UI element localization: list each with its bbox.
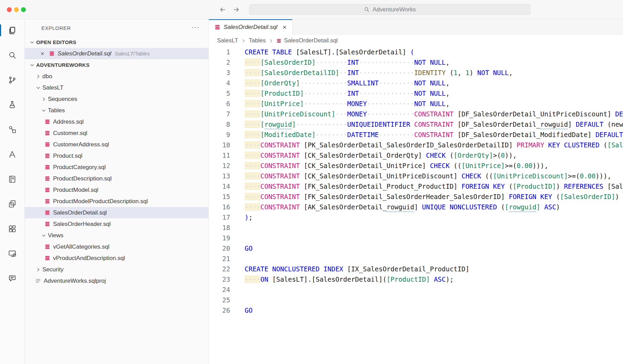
- code-line[interactable]: 13····CONSTRAINT [CK_SalesOrderDetail_Un…: [209, 171, 623, 181]
- code-line[interactable]: 7····[UnitPriceDiscount]···MONEY········…: [209, 109, 623, 119]
- tree-item-salesorderdetail-sql[interactable]: SalesOrderDetail.sql: [25, 207, 208, 218]
- line-number[interactable]: 25: [209, 295, 245, 305]
- line-number[interactable]: 6: [209, 98, 245, 109]
- run-flask-icon: [8, 100, 17, 110]
- forward-button[interactable]: [232, 5, 241, 14]
- tree-item-productmodel-sql[interactable]: ProductModel.sql: [25, 184, 208, 196]
- code-line[interactable]: 12····CONSTRAINT [CK_SalesOrderDetail_Un…: [209, 160, 623, 171]
- activitybar-item-shapes[interactable]: [0, 121, 24, 138]
- more-actions-icon[interactable]: ···: [191, 23, 200, 31]
- code-line[interactable]: 22CREATE NONCLUSTERED INDEX [IX_SalesOrd…: [209, 264, 623, 274]
- breadcrumb-item[interactable]: SalesLT: [217, 37, 238, 44]
- section-adventureworks[interactable]: ADVENTUREWORKS: [25, 59, 208, 71]
- tree-item-productmodelproductdescription-sql[interactable]: ProductModelProductDescription.sql: [25, 196, 208, 207]
- code-line[interactable]: 3····[SalesOrderDetailID]··INT··········…: [209, 67, 623, 78]
- tree-item-vproductanddescription-sql[interactable]: vProductAndDescription.sql: [25, 252, 208, 264]
- line-number[interactable]: 1: [209, 47, 245, 57]
- line-number[interactable]: 10: [209, 140, 245, 150]
- activitybar-item-pages[interactable]: [0, 196, 24, 212]
- tree-item-views[interactable]: Views: [25, 230, 208, 241]
- line-number[interactable]: 22: [209, 264, 245, 274]
- close-icon[interactable]: ×: [283, 23, 287, 31]
- line-number[interactable]: 9: [209, 129, 245, 140]
- activitybar-item-run-flask[interactable]: [0, 96, 24, 113]
- tree-item-saleslt[interactable]: SalesLT: [25, 82, 208, 93]
- code-line[interactable]: 1CREATE TABLE [SalesLT].[SalesOrderDetai…: [209, 47, 623, 57]
- code-line[interactable]: 25: [209, 295, 623, 305]
- code-line[interactable]: 11····CONSTRAINT [CK_SalesOrderDetail_Or…: [209, 150, 623, 160]
- line-number[interactable]: 18: [209, 222, 245, 233]
- code-line[interactable]: 5····[ProductID]···········INT··········…: [209, 88, 623, 98]
- back-button[interactable]: [218, 5, 227, 14]
- code-line[interactable]: 17);: [209, 212, 623, 222]
- line-number[interactable]: 21: [209, 253, 245, 264]
- code-line[interactable]: 19: [209, 233, 623, 243]
- line-number[interactable]: 16: [209, 202, 245, 212]
- code-line[interactable]: 6····[UnitPrice]···········MONEY········…: [209, 98, 623, 109]
- code-line[interactable]: 9····[ModifiedDate]········DATETIME·····…: [209, 129, 623, 140]
- activitybar-item-extensions[interactable]: [0, 220, 24, 237]
- line-number[interactable]: 11: [209, 150, 245, 160]
- code-line[interactable]: 14····CONSTRAINT [FK_SalesOrderDetail_Pr…: [209, 181, 623, 191]
- activitybar-item-notebook[interactable]: [0, 171, 24, 187]
- line-number[interactable]: 15: [209, 191, 245, 202]
- line-number[interactable]: 4: [209, 78, 245, 88]
- line-number[interactable]: 17: [209, 212, 245, 222]
- line-number[interactable]: 14: [209, 181, 245, 191]
- line-number[interactable]: 3: [209, 67, 245, 78]
- code-line[interactable]: 24: [209, 284, 623, 295]
- tree-item-sequences[interactable]: Sequences: [25, 93, 208, 105]
- tab-salesorderdetail-sql[interactable]: SalesOrderDetail.sql ×: [209, 19, 293, 34]
- breadcrumb-item[interactable]: Tables: [249, 37, 266, 44]
- activitybar-item-feedback[interactable]: [0, 270, 24, 287]
- code-line[interactable]: 18: [209, 222, 623, 233]
- tree-item-tables[interactable]: Tables: [25, 105, 208, 116]
- tree-item-productdescription-sql[interactable]: ProductDescription.sql: [25, 173, 208, 184]
- tree-item-salesorderheader-sql[interactable]: SalesOrderHeader.sql: [25, 218, 208, 230]
- code-line[interactable]: 26GO: [209, 305, 623, 315]
- tree-item-product-sql[interactable]: Product.sql: [25, 150, 208, 162]
- line-number[interactable]: 13: [209, 171, 245, 181]
- line-number[interactable]: 2: [209, 57, 245, 67]
- tree-item-security[interactable]: Security: [25, 264, 208, 275]
- code-line[interactable]: 15····CONSTRAINT [FK_SalesOrderDetail_Sa…: [209, 191, 623, 202]
- code-line[interactable]: 10····CONSTRAINT [PK_SalesOrderDetail_Sa…: [209, 140, 623, 150]
- command-center-search[interactable]: AdventureWorks: [249, 4, 531, 15]
- close-window-button[interactable]: [7, 7, 12, 12]
- code-line[interactable]: 8····[rowguid]·············UNIQUEIDENTIF…: [209, 119, 623, 129]
- line-number[interactable]: 8: [209, 119, 245, 129]
- code-line[interactable]: 23····ON [SalesLT].[SalesOrderDetail]([P…: [209, 274, 623, 284]
- activitybar-item-files[interactable]: [0, 22, 24, 39]
- line-number[interactable]: 7: [209, 109, 245, 119]
- line-number[interactable]: 26: [209, 305, 245, 315]
- code-line[interactable]: 2····[SalesOrderID]········INT··········…: [209, 57, 623, 67]
- zoom-window-button[interactable]: [21, 7, 26, 12]
- minimize-window-button[interactable]: [14, 7, 19, 12]
- tree-item-vgetallcategories-sql[interactable]: vGetAllCategories.sql: [25, 241, 208, 252]
- close-icon[interactable]: ×: [39, 50, 45, 58]
- activitybar-item-devices[interactable]: [0, 245, 24, 262]
- activitybar-item-source-control[interactable]: [0, 72, 24, 88]
- tree-item-address-sql[interactable]: Address.sql: [25, 116, 208, 127]
- activitybar-item-search[interactable]: [0, 47, 24, 63]
- breadcrumb-item[interactable]: SalesOrderDetail.sql: [276, 37, 338, 44]
- tree-item-customeraddress-sql[interactable]: CustomerAddress.sql: [25, 139, 208, 150]
- tree-item-customer-sql[interactable]: Customer.sql: [25, 127, 208, 139]
- code-line[interactable]: 16····CONSTRAINT [AK_SalesOrderDetail_ro…: [209, 202, 623, 212]
- code-line[interactable]: 21: [209, 253, 623, 264]
- open-editor-item[interactable]: ×SalesOrderDetail.sqlSalesLT/Tables: [25, 48, 208, 59]
- tree-item-adventureworks-sqlproj[interactable]: AdventureWorks.sqlproj: [25, 275, 208, 287]
- section-open-editors[interactable]: OPEN EDITORS: [25, 37, 208, 48]
- line-number[interactable]: 23: [209, 274, 245, 284]
- code-line[interactable]: 20GO: [209, 243, 623, 253]
- line-number[interactable]: 5: [209, 88, 245, 98]
- activitybar-item-azure[interactable]: [0, 146, 24, 163]
- line-number[interactable]: 24: [209, 284, 245, 295]
- line-number[interactable]: 20: [209, 243, 245, 253]
- tree-item-productcategory-sql[interactable]: ProductCategory.sql: [25, 162, 208, 173]
- code-line[interactable]: 4····[OrderQty]············SMALLINT·····…: [209, 78, 623, 88]
- code-editor[interactable]: 1CREATE TABLE [SalesLT].[SalesOrderDetai…: [209, 47, 623, 364]
- tree-item-dbo[interactable]: dbo: [25, 71, 208, 82]
- line-number[interactable]: 12: [209, 160, 245, 171]
- line-number[interactable]: 19: [209, 233, 245, 243]
